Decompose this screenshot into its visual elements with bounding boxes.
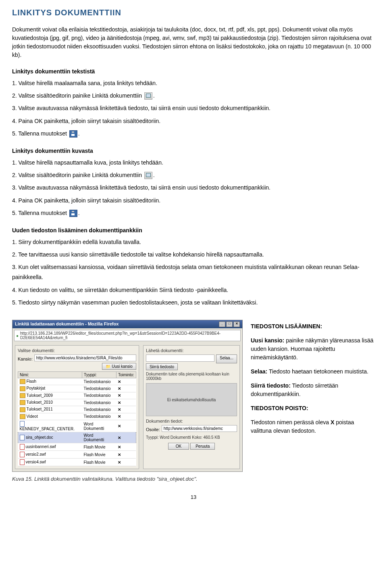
upload-input[interactable]	[146, 354, 214, 362]
siirra-button[interactable]: Siirrä tiedosto	[146, 363, 178, 370]
delete-icon[interactable]: ✕	[116, 413, 136, 420]
table-row[interactable]: FlashTiedostokansio✕	[18, 378, 136, 385]
step-b1: 1. Valitse hiirellä napsauttamalla kuva,…	[12, 158, 375, 168]
table-row[interactable]: uusinbanneri.swfFlash Movie✕	[18, 443, 136, 451]
sidebar-h2: TIEDOSTON POISTO:	[251, 404, 375, 413]
osoite-input[interactable]: http://www.verkkosivu.fi/sirademc	[162, 425, 237, 432]
swf-icon	[20, 444, 25, 450]
table-row[interactable]: Tulokset_2011Tiedostokansio✕	[18, 406, 136, 413]
right-label: Lähetä dokumentti:	[146, 348, 237, 353]
table-row[interactable]: sira_ohjeet.docWord Dokumentti✕	[18, 432, 136, 443]
tyyppi-koko: Tyyppi: Word Dokumentti Koko: 460.5 KB	[146, 435, 237, 440]
kansio-input[interactable]: http://www.verkkosivu.fi/sirademc/SIRA_F…	[34, 354, 136, 361]
minimize-icon[interactable]: _	[219, 321, 225, 327]
swf-icon	[20, 452, 25, 457]
col-nimi[interactable]: Nimi:	[18, 372, 82, 378]
table-row[interactable]: VideotTiedostokansio✕	[18, 413, 136, 420]
step-b2: 2. Valitse sisältöeditorin painike Linki…	[12, 170, 375, 180]
delete-icon[interactable]: ✕	[116, 406, 136, 413]
link-document-icon	[144, 172, 152, 179]
folder-icon	[20, 379, 25, 384]
table-row[interactable]: Tulokset_2010Tiedostokansio✕	[18, 399, 136, 406]
delete-icon[interactable]: ✕	[116, 399, 136, 406]
file-table: Nimi: Tyyppi: Toiminto: FlashTiedostokan…	[18, 371, 136, 466]
table-row[interactable]: KENNEDY_SPACE_CENTER.Word Dokumentti✕	[18, 420, 136, 432]
page-number: 13	[12, 494, 375, 500]
left-label: Valitse dokumentti:	[18, 348, 136, 353]
size-note: Dokumentin tulee olla pienempiä kooltaan…	[146, 372, 237, 381]
col-toiminto[interactable]: Toiminto:	[116, 372, 136, 378]
kansio-label: Kansio:	[18, 357, 33, 361]
folder-icon	[20, 407, 25, 412]
step-c4: 4. Kun tiedosto on valittu, se siirretää…	[12, 285, 375, 295]
delete-icon[interactable]: ✕	[116, 432, 136, 443]
section-a-heading: Linkitys dokumenttiin tekstistä	[12, 67, 375, 76]
table-row[interactable]: versio4.swfFlash Movie✕	[18, 459, 136, 466]
delete-icon[interactable]: ✕	[116, 378, 136, 385]
osoite-label: Osoite:	[146, 427, 160, 432]
ok-button[interactable]: OK	[168, 443, 189, 450]
table-row[interactable]: Tulokset_2009Tiedostokansio✕	[18, 392, 136, 399]
folder-icon	[20, 393, 25, 398]
dialog-screenshot: Linkitä ladattavaan dokumenttiin - Mozil…	[12, 320, 243, 472]
swf-icon	[20, 459, 25, 465]
step-b3: 3. Valitse avautuvassa näkymässä linkite…	[12, 183, 375, 193]
delete-icon[interactable]: ✕	[116, 443, 136, 451]
sidebar-h1: TIEDOSTON LISÄÄMINEN:	[251, 322, 375, 331]
delete-icon[interactable]: ✕	[116, 392, 136, 399]
page-title: LINKITYS DOKUMENTTIIN	[12, 8, 375, 17]
delete-icon[interactable]: ✕	[116, 451, 136, 459]
step-c1: 1. Siirry dokumenttipankkiin edellä kuva…	[12, 237, 375, 247]
uusi-kansio-button[interactable]: 📁 Uusi kansio	[102, 363, 136, 370]
preview-box: Ei esikatselumahdollisuutta	[146, 383, 237, 416]
section-c-heading: Uuden tiedoston lisääminen dokumenttipan…	[12, 226, 375, 235]
save-icon	[69, 130, 77, 138]
section-b-heading: Linkitys dokumenttiin kuvasta	[12, 147, 375, 155]
step-b5: 5. Tallenna muutokset .	[12, 208, 375, 218]
step-a5: 5. Tallenna muutokset .	[12, 129, 375, 139]
close-icon[interactable]: ✕	[233, 321, 240, 327]
delete-icon[interactable]: ✕	[116, 459, 136, 466]
tiedot-label: Dokumentin tiedot:	[146, 419, 237, 423]
step-b4: 4. Paina OK painiketta, jolloin siirryt …	[12, 196, 375, 206]
col-tyyppi[interactable]: Tyyppi:	[82, 372, 117, 378]
table-row[interactable]: versio2.swfFlash Movie✕	[18, 451, 136, 459]
step-a2: 2. Valitse sisältöeditorin painike Linki…	[12, 91, 375, 101]
delete-icon[interactable]: ✕	[116, 385, 136, 392]
step-a4: 4. Paina OK painiketta, jolloin siirryt …	[12, 116, 375, 126]
intro-paragraph: Dokumentit voivat olla erilaisia tekstit…	[12, 25, 375, 59]
delete-icon[interactable]: ✕	[116, 420, 136, 432]
doc-icon	[20, 435, 25, 440]
step-a1: 1. Valitse hiirellä maalaamalla sana, jo…	[12, 78, 375, 88]
table-row[interactable]: PoytakirjatTiedostokansio✕	[18, 385, 136, 392]
sidebar-info: TIEDOSTON LISÄÄMINEN: Uusi kansio: paini…	[251, 320, 375, 441]
selaa-button[interactable]: Selaa...	[216, 354, 237, 363]
dialog-url: ●http://213.186.234.189/WP226/editor_fil…	[14, 330, 241, 341]
maximize-icon[interactable]: □	[226, 321, 233, 327]
doc-icon	[20, 421, 25, 427]
peruuta-button[interactable]: Peruuta	[190, 443, 215, 450]
step-c5: 5. Tiedosto siirtyy näkymän vasemman puo…	[12, 298, 375, 308]
figure-caption: Kuva 15. Linkitä dokumenttiin valintaikk…	[12, 476, 243, 482]
folder-icon	[20, 400, 25, 405]
folder-icon	[20, 386, 25, 391]
link-document-icon	[144, 92, 152, 100]
save-icon	[69, 210, 77, 217]
step-a3: 3. Valitse avautuvassa näkymässä linkite…	[12, 103, 375, 113]
step-c2: 2. Tee tarvittaessa uusi kansio siirrett…	[12, 250, 375, 260]
folder-icon	[20, 414, 25, 419]
step-c3: 3. Kun olet valitsemassasi kansiossa, vo…	[12, 262, 375, 282]
dialog-titlebar: Linkitä ladattavaan dokumenttiin - Mozil…	[12, 320, 242, 328]
